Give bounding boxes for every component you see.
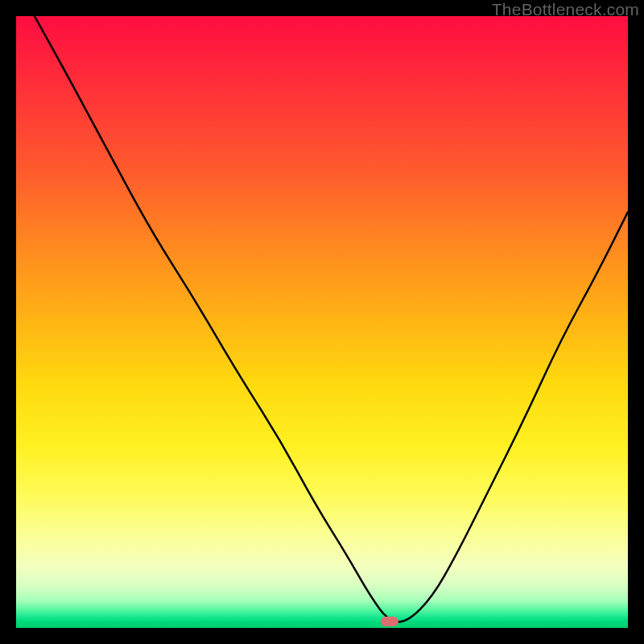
bottleneck-curve <box>16 16 628 628</box>
curve-path <box>35 16 628 621</box>
plot-area <box>16 16 628 628</box>
chart-container: TheBottleneck.com <box>0 0 644 644</box>
optimal-marker <box>381 617 398 626</box>
